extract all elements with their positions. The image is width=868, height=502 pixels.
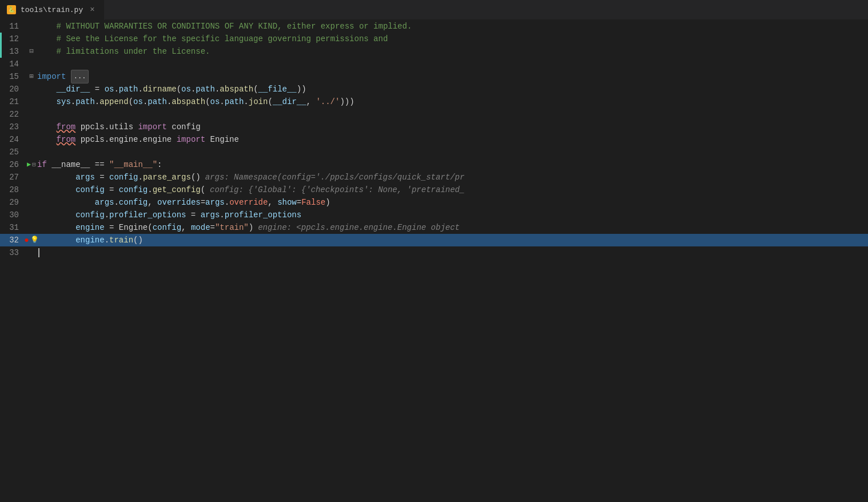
line-number-32: 32 — [0, 234, 26, 246]
code-line-30: 30 config.profiler_options = args.profil… — [0, 209, 868, 221]
tab-close-button[interactable]: × — [87, 4, 97, 15]
code-line-13: 13 ⊟ # limitations under the License. — [0, 45, 868, 58]
editor-area: 11 # WITHOUT WARRANTIES OR CONDITIONS OF… — [0, 20, 868, 502]
gutter-23 — [26, 121, 37, 133]
code-line-32: 32 ● 💡 engine.train() — [0, 234, 868, 246]
python-file-icon: 🐍 — [7, 5, 16, 14]
code-line-31: 31 engine = Engine(config, mode="train")… — [0, 221, 868, 234]
code-line-11: 11 # WITHOUT WARRANTIES OR CONDITIONS OF… — [0, 20, 868, 33]
code-line-25: 25 — [0, 146, 868, 158]
line-number-24: 24 — [0, 133, 26, 146]
line-number-23: 23 — [0, 121, 26, 133]
code-line-23: 23 from ppcls.utils import config — [0, 121, 868, 133]
hint-28: config: {'Global': {'checkpoints': None,… — [210, 184, 464, 196]
line-number-11: 11 — [0, 20, 26, 33]
line-number-27: 27 — [0, 171, 26, 184]
code-line-21: 21 sys.path.append(os.path.abspath(os.pa… — [0, 95, 868, 108]
gutter-27 — [26, 171, 37, 184]
active-tab[interactable]: 🐍 tools\train.py × — [0, 0, 105, 20]
code-line-27: 27 args = config.parse_args() args: Name… — [0, 171, 868, 184]
modified-indicator-12 — [0, 33, 2, 45]
line-number-26: 26 — [0, 158, 26, 171]
line-number-25: 25 — [0, 146, 26, 158]
line-number-29: 29 — [0, 196, 26, 209]
code-line-29: 29 args.config, overrides=args.override,… — [0, 196, 868, 209]
tab-bar: 🐍 tools\train.py × — [0, 0, 868, 20]
code-line-28: 28 config = config.get_config( config: {… — [0, 184, 868, 196]
code-line-24: 24 from ppcls.engine.engine import Engin… — [0, 133, 868, 146]
fold-icon-15[interactable]: ⊞ — [26, 70, 37, 83]
folded-import[interactable]: ... — [71, 70, 89, 83]
gutter-25 — [26, 146, 37, 158]
code-line-22: 22 — [0, 108, 868, 121]
code-editor[interactable]: 11 # WITHOUT WARRANTIES OR CONDITIONS OF… — [0, 20, 868, 502]
code-line-14: 14 — [0, 58, 868, 70]
gutter-22 — [26, 108, 37, 121]
line-number-13: 13 — [0, 45, 26, 58]
line-number-14: 14 — [0, 58, 26, 70]
gutter-30 — [26, 209, 37, 221]
code-line-15: 15 ⊞ import ... — [0, 70, 868, 83]
tab-label: tools\train.py — [21, 6, 83, 14]
gutter-21 — [26, 95, 37, 108]
gutter-28 — [26, 184, 37, 196]
gutter-14 — [26, 58, 37, 70]
gutter-11 — [26, 20, 37, 33]
editor-window: 🐍 tools\train.py × 11 # WITHOUT WARRANTI… — [0, 0, 868, 502]
gutter-29 — [26, 196, 37, 209]
gutter-12 — [26, 33, 37, 45]
gutter-32: ● 💡 — [26, 234, 37, 246]
line-number-31: 31 — [0, 221, 26, 234]
cursor — [38, 248, 39, 257]
line-number-30: 30 — [0, 209, 26, 221]
hint-27: args: Namespace(config='./ppcls/configs/… — [205, 171, 465, 184]
line-number-12: 12 — [0, 33, 26, 45]
modified-indicator-13 — [0, 45, 2, 58]
code-line-26: 26 ▶ ⊟ if __name__ == "__main__": — [0, 158, 868, 171]
gutter-20 — [26, 83, 37, 95]
gutter-33 — [26, 246, 37, 259]
line-number-21: 21 — [0, 95, 26, 108]
code-line-20: 20 __dir__ = os.path.dirname(os.path.abs… — [0, 83, 868, 95]
line-number-15: 15 — [0, 70, 26, 83]
run-fold-icon-26[interactable]: ▶ ⊟ — [26, 158, 37, 171]
line-number-20: 20 — [0, 83, 26, 95]
hint-31: engine: <ppcls.engine.engine.Engine obje… — [258, 221, 460, 234]
line-number-33: 33 — [0, 246, 26, 259]
gutter-24 — [26, 133, 37, 146]
fold-icon-13[interactable]: ⊟ — [26, 45, 37, 58]
line-number-28: 28 — [0, 184, 26, 196]
code-line-33: 33 — [0, 246, 868, 259]
code-line-12: 12 # See the License for the specific la… — [0, 33, 868, 45]
gutter-31 — [26, 221, 37, 234]
line-number-22: 22 — [0, 108, 26, 121]
